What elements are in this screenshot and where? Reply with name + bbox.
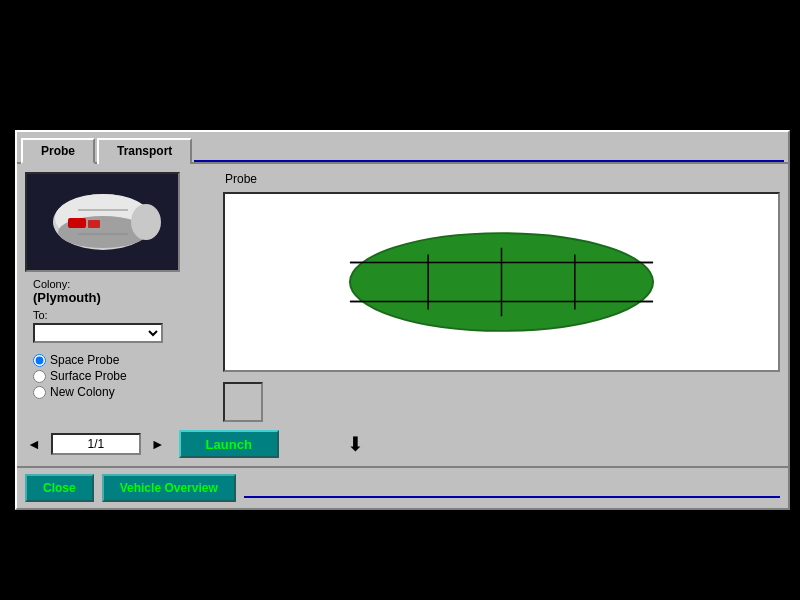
to-label: To: [33,309,215,321]
svg-point-5 [131,204,161,240]
vehicle-overview-button[interactable]: Vehicle Overview [102,474,236,502]
colony-name: (Plymouth) [33,290,215,305]
dropdown-container [33,323,215,343]
nav-right-button[interactable]: ► [149,436,167,452]
probe-info-box [223,382,263,422]
radio-new-colony[interactable]: New Colony [33,385,215,399]
colony-section: Colony: (Plymouth) To: [33,278,215,343]
close-button[interactable]: Close [25,474,94,502]
info-row [223,378,780,422]
vehicle-svg [38,180,168,265]
bottom-line [244,496,780,498]
main-content: Colony: (Plymouth) To: Space Probe Surfa… [17,164,788,430]
radio-group: Space Probe Surface Probe New Colony [33,353,215,399]
tab-line [194,160,784,162]
launch-button[interactable]: Launch [179,430,279,458]
tab-probe[interactable]: Probe [21,138,95,164]
radio-space-probe[interactable]: Space Probe [33,353,215,367]
nav-launch-row: ◄ 1/1 ► Launch ⬇ [17,430,788,466]
destination-dropdown[interactable] [33,323,163,343]
svg-rect-3 [68,218,86,228]
vehicle-image [25,172,180,272]
radio-surface-probe[interactable]: Surface Probe [33,369,215,383]
left-panel: Colony: (Plymouth) To: Space Probe Surfa… [25,172,215,422]
bottom-bar: Close Vehicle Overview [17,466,788,508]
main-dialog: Probe Transport [15,130,790,510]
probe-visualization [225,194,778,370]
svg-rect-4 [88,220,100,228]
cursor-indicator: ⬇ [347,432,364,456]
colony-label: Colony: [33,278,215,290]
tab-bar: Probe Transport [17,132,788,164]
nav-left-button[interactable]: ◄ [25,436,43,452]
probe-display [223,192,780,372]
tab-transport[interactable]: Transport [97,138,192,164]
right-panel: Probe [223,172,780,422]
probe-section-label: Probe [225,172,780,186]
counter-display: 1/1 [51,433,141,455]
